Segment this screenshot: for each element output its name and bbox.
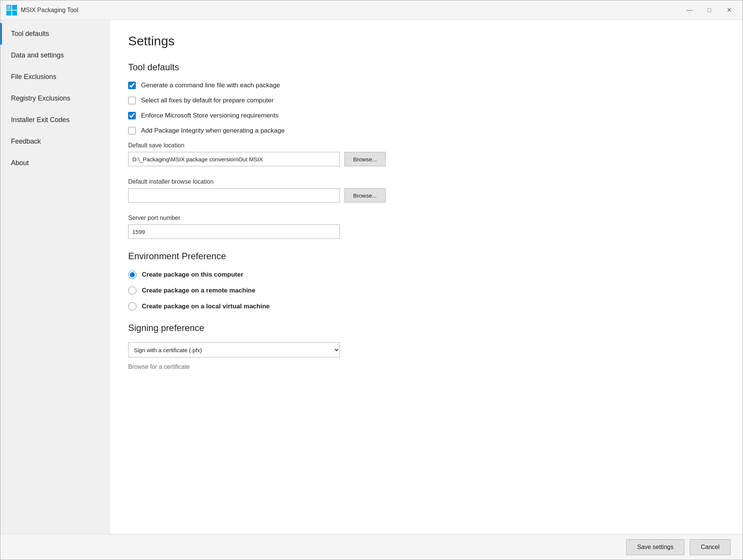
svg-rect-2 [6,11,11,15]
signing-preference-select[interactable]: Sign with a certificate (.pfx) Sign with… [128,342,340,357]
browse-save-location-button[interactable]: Browse... [344,152,386,166]
content-area: Settings Tool defaults Generate a comman… [110,20,743,534]
page-title: Settings [128,34,724,48]
main-window: MSIX Packaging Tool — □ ✕ Tool defaults … [0,0,743,560]
radio-row-remote-machine: Create package on a remote machine [128,286,724,295]
main-content: Tool defaults Data and settings File Exc… [0,20,743,534]
titlebar-controls: — □ ✕ [682,4,737,16]
sidebar-item-data-and-settings[interactable]: Data and settings [0,45,110,66]
radio-label-local-vm: Create package on a local virtual machin… [142,303,270,310]
checkbox-cmd-line[interactable] [128,82,136,89]
checkbox-label-select-fixes: Select all fixes by default for prepare … [141,97,274,104]
titlebar: MSIX Packaging Tool — □ ✕ [0,0,743,20]
browse-certificate-label: Browse for a certificate [128,364,724,370]
sidebar-item-feedback[interactable]: Feedback [0,131,110,152]
titlebar-title: MSIX Packaging Tool [21,7,682,14]
radio-this-computer[interactable] [128,271,137,279]
tool-defaults-section-title: Tool defaults [128,62,724,73]
default-installer-browse-label: Default installer browse location [128,178,724,185]
default-installer-browse-input[interactable] [128,188,340,203]
checkbox-row-select-fixes: Select all fixes by default for prepare … [128,97,724,104]
bottom-bar: Save settings Cancel [0,534,743,560]
sidebar-item-file-exclusions[interactable]: File Exclusions [0,66,110,88]
default-save-location-row: Browse... [128,152,724,166]
cancel-button[interactable]: Cancel [690,539,731,555]
checkbox-label-cmd-line: Generate a command line file with each p… [141,82,280,89]
radio-label-remote-machine: Create package on a remote machine [142,287,255,294]
sidebar-item-tool-defaults[interactable]: Tool defaults [0,23,110,45]
sidebar-item-installer-exit-codes[interactable]: Installer Exit Codes [0,109,110,131]
checkbox-select-fixes[interactable] [128,97,136,104]
minimize-button[interactable]: — [682,4,697,16]
server-port-label: Server port number [128,215,724,221]
svg-rect-3 [12,11,17,15]
svg-rect-1 [12,5,17,10]
radio-row-this-computer: Create package on this computer [128,271,724,279]
app-icon [6,5,17,15]
svg-rect-4 [7,6,11,9]
checkbox-label-package-integrity: Add Package Integrity when generating a … [141,127,285,135]
signing-preference-section-title: Signing preference [128,323,724,333]
sidebar: Tool defaults Data and settings File Exc… [0,20,110,534]
default-installer-browse-row: Browse... [128,188,724,203]
radio-local-vm[interactable] [128,302,137,311]
save-settings-button[interactable]: Save settings [626,539,684,555]
maximize-button[interactable]: □ [702,4,717,16]
default-save-location-label: Default save location [128,142,724,149]
environment-preference-section-title: Environment Preference [128,251,724,261]
checkbox-label-enforce-versioning: Enforce Microsoft Store versioning requi… [141,112,279,119]
sidebar-item-about[interactable]: About [0,152,110,174]
radio-row-local-vm: Create package on a local virtual machin… [128,302,724,311]
sidebar-item-registry-exclusions[interactable]: Registry Exclusions [0,88,110,109]
checkbox-row-cmd-line: Generate a command line file with each p… [128,82,724,89]
server-port-input[interactable] [128,224,340,239]
browse-installer-location-button[interactable]: Browse... [344,188,386,203]
checkbox-enforce-versioning[interactable] [128,112,136,119]
checkbox-row-enforce-versioning: Enforce Microsoft Store versioning requi… [128,112,724,119]
radio-remote-machine[interactable] [128,286,137,295]
checkbox-row-package-integrity: Add Package Integrity when generating a … [128,127,724,135]
close-button[interactable]: ✕ [721,4,737,16]
radio-label-this-computer: Create package on this computer [142,271,243,278]
default-save-location-input[interactable] [128,152,340,166]
checkbox-package-integrity[interactable] [128,127,136,135]
